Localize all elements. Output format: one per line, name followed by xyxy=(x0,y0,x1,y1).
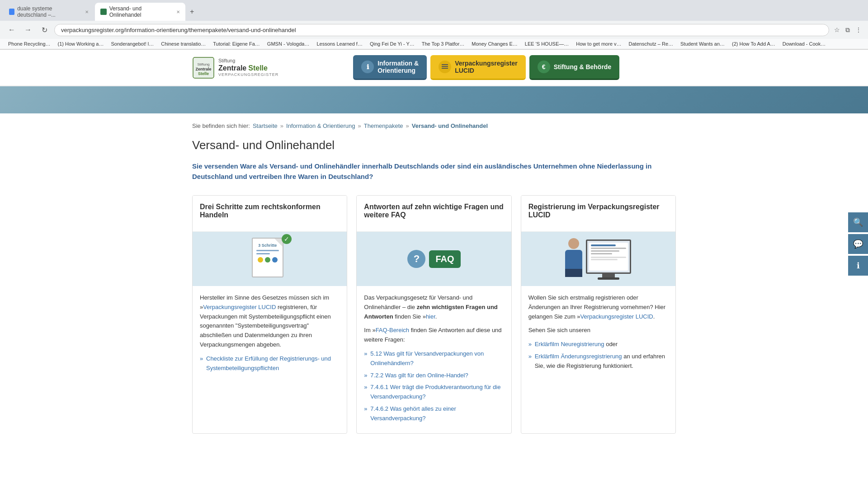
extensions-icon[interactable]: ⧉ xyxy=(844,26,852,34)
nav-buttons: ℹ Information &Orientierung Verpackungsr… xyxy=(297,55,676,80)
card-faq-faq-link[interactable]: FAQ-Bereich xyxy=(376,327,409,333)
card-faq-link-1[interactable]: 5.12 Was gilt für Versandverpackungen vo… xyxy=(370,350,484,366)
card-faq-image: ? FAQ xyxy=(357,232,511,286)
bookmark-5[interactable]: Tutorial: Eigene Fa… xyxy=(210,40,263,47)
nav-info[interactable]: ℹ Information &Orientierung xyxy=(353,55,427,80)
card-faq-link-2[interactable]: 7.2.2 Was gilt für den Online-Handel? xyxy=(370,372,468,379)
bookmark-7[interactable]: Lessons Learned f… xyxy=(314,40,365,47)
reload-button[interactable]: ↻ xyxy=(38,23,51,36)
bookmark-12[interactable]: How to get more v… xyxy=(573,40,624,47)
bookmark-13[interactable]: Datenschutz – Re… xyxy=(626,40,676,47)
tab-favicon-2 xyxy=(100,9,107,15)
bookmark-icon[interactable]: ☆ xyxy=(833,26,841,34)
sidebar-chat-button[interactable]: 💬 xyxy=(848,234,868,254)
bookmark-16[interactable]: Download - Cook… xyxy=(780,40,828,47)
tab-bar: duale systeme deutschland –... ✕ Versand… xyxy=(0,0,868,21)
card-registration-erklaer-neu-link[interactable]: Erklärfilm Neuregistrierung xyxy=(535,341,604,347)
card-registration-links: Erklärfilm Neuregistrierung oder Erklärf… xyxy=(528,340,668,371)
card-steps-lucid-link[interactable]: Verpackungsregister LUCID xyxy=(203,304,276,310)
menu-icon[interactable]: ⋮ xyxy=(854,26,863,34)
bookmark-15[interactable]: (2) How To Add A… xyxy=(729,40,778,47)
bookmark-10[interactable]: Money Changes E… xyxy=(469,40,520,47)
tab-active[interactable]: Versand- und Onlinehandel ✕ xyxy=(95,3,185,21)
sidebar-float: 🔍 💬 ℹ xyxy=(848,212,868,276)
tab-label-1: duale systeme deutschland –... xyxy=(17,5,82,18)
bookmarks-bar: Phone Recycling… (1) How Working a… Sond… xyxy=(0,39,868,49)
bookmark-4[interactable]: Chinese translatio… xyxy=(158,40,208,47)
site-logo[interactable]: Stiftung Zentrale Stelle Stiftung Zentra… xyxy=(192,56,278,79)
card-faq-link-4[interactable]: 7.4.6.2 Was gehört alles zu einer Versan… xyxy=(370,405,456,422)
bookmark-11[interactable]: LEE 'S HOUSE—… xyxy=(522,40,571,47)
bookmark-14[interactable]: Student Wants an… xyxy=(678,40,727,47)
nav-stiftung[interactable]: € Stiftung & Behörde xyxy=(529,55,620,80)
sidebar-info-button[interactable]: ℹ xyxy=(848,256,868,276)
card-faq-link-3[interactable]: 7.4.6.1 Wer trägt die Produktverantwortu… xyxy=(370,384,500,400)
new-tab-button[interactable]: + xyxy=(186,6,198,18)
card-registration-image xyxy=(521,232,675,286)
nav-lucid-icon xyxy=(439,61,451,73)
svg-text:Zentrale: Zentrale xyxy=(195,67,211,71)
search-icon: 🔍 xyxy=(853,217,863,227)
breadcrumb-sep-1: » xyxy=(280,122,283,129)
card-steps: Drei Schritte zum rechtskonformen Handel… xyxy=(192,195,347,434)
nav-info-icon: ℹ xyxy=(361,61,374,73)
logo-icon: Stiftung Zentrale Stelle xyxy=(192,56,215,79)
bookmark-9[interactable]: The Top 3 Platfor… xyxy=(419,40,467,47)
forward-button[interactable]: → xyxy=(22,23,34,36)
tab-close-2[interactable]: ✕ xyxy=(176,9,180,14)
card-steps-checklist-link[interactable]: Checkliste zur Erfüllung der Registrieru… xyxy=(206,355,331,371)
faq-illustration: ? FAQ xyxy=(407,250,460,268)
page-title: Versand- und Onlinehandel xyxy=(192,138,676,152)
breadcrumb-info[interactable]: Information & Orientierung xyxy=(286,122,355,129)
card-registration-erklaer-aend-link[interactable]: Erklärfilm Änderungsregistrierung xyxy=(535,353,622,360)
sidebar-search-button[interactable]: 🔍 xyxy=(848,212,868,232)
nav-info-label: Information &Orientierung xyxy=(377,60,419,74)
bookmark-2[interactable]: (1) How Working a… xyxy=(55,40,107,47)
svg-rect-5 xyxy=(442,66,448,67)
card-faq-hier-link[interactable]: hier xyxy=(426,313,435,320)
intro-text: Sie versenden Ware als Versand- und Onli… xyxy=(192,161,676,182)
tab-favicon-1 xyxy=(9,9,14,15)
tab-close-1[interactable]: ✕ xyxy=(85,9,89,14)
tab-inactive[interactable]: duale systeme deutschland –... ✕ xyxy=(4,3,94,21)
browser-chrome: duale systeme deutschland –... ✕ Versand… xyxy=(0,0,868,50)
registration-illustration xyxy=(565,238,631,280)
back-button[interactable]: ← xyxy=(5,23,18,36)
breadcrumb-label: Sie befinden sich hier: xyxy=(192,122,250,129)
hero-image xyxy=(0,86,868,113)
svg-text:Stelle: Stelle xyxy=(198,71,209,76)
nav-stiftung-label: Stiftung & Behörde xyxy=(554,63,612,70)
breadcrumb: Sie befinden sich hier: Startseite » Inf… xyxy=(192,122,676,129)
steps-illustration: 3 Schritte ✓ xyxy=(252,238,288,281)
card-steps-links: Checkliste zur Erfüllung der Registrieru… xyxy=(200,354,340,373)
breadcrumb-themen[interactable]: Themenpakete xyxy=(364,122,403,129)
faq-bubble: FAQ xyxy=(429,250,460,268)
card-faq: Antworten auf zehn wichtige Fragen und w… xyxy=(356,195,511,434)
logo-register: VERPACKUNGSREGISTER xyxy=(218,72,278,77)
site-header-wrapper: Stiftung Zentrale Stelle Stiftung Zentra… xyxy=(0,50,868,86)
nav-lucid-label: VerpackungsregisterLUCID xyxy=(455,60,518,74)
svg-text:Stiftung: Stiftung xyxy=(197,62,209,66)
bookmark-1[interactable]: Phone Recycling… xyxy=(5,40,53,47)
logo-stelle: Stelle xyxy=(248,64,268,72)
svg-rect-6 xyxy=(442,68,448,69)
card-faq-title: Antworten auf zehn wichtige Fragen und w… xyxy=(364,203,504,219)
logo-zentrale: Zentrale xyxy=(218,64,246,72)
address-bar: ← → ↻ ☆ ⧉ ⋮ xyxy=(0,21,868,39)
card-steps-title: Drei Schritte zum rechtskonformen Handel… xyxy=(200,203,340,219)
card-steps-body-text: Hersteller im Sinne des Gesetzes müssen … xyxy=(200,293,340,350)
card-registration-body-text-2: Sehen Sie sich unseren xyxy=(528,326,668,335)
url-input[interactable] xyxy=(54,24,829,36)
bookmark-6[interactable]: GMSN - Vologda… xyxy=(264,40,312,47)
breadcrumb-current: Versand- und Onlinehandel xyxy=(412,122,488,129)
card-faq-body: Das Verpackungsgesetz für Versand- und O… xyxy=(357,286,511,433)
card-registration-lucid-link[interactable]: Verpackungsregister LUCID xyxy=(580,313,653,320)
breadcrumb-startseite[interactable]: Startseite xyxy=(253,122,278,129)
breadcrumb-sep-2: » xyxy=(358,122,361,129)
bookmark-8[interactable]: Qing Fei De Yi - Y… xyxy=(367,40,417,47)
bookmark-3[interactable]: Sonderangebot! l… xyxy=(108,40,156,47)
card-faq-links: 5.12 Was gilt für Versandverpackungen vo… xyxy=(364,349,504,423)
card-faq-header: Antworten auf zehn wichtige Fragen und w… xyxy=(357,196,511,232)
card-registration: Registrierung im Verpackungsregister LUC… xyxy=(521,195,676,434)
nav-lucid[interactable]: VerpackungsregisterLUCID xyxy=(430,55,526,80)
